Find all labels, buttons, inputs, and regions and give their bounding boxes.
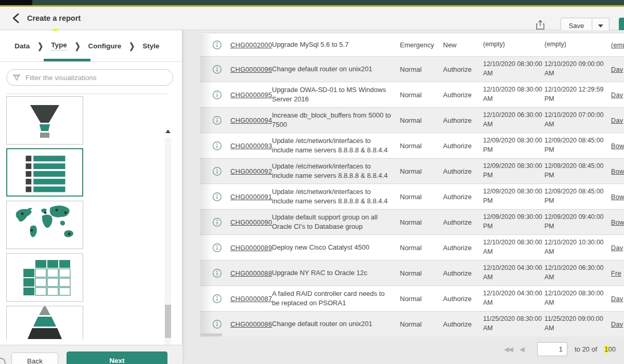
- assigned-to-link[interactable]: Dav: [611, 91, 623, 99]
- info-icon: [212, 294, 222, 304]
- info-icon: [212, 243, 222, 253]
- priority-cell: Normal: [400, 159, 441, 184]
- change-number-link[interactable]: CHG0000089: [230, 244, 272, 252]
- browser-top-strip: [0, 0, 624, 7]
- change-number-link[interactable]: CHG0000092: [230, 167, 272, 175]
- start-date-cell: 12/10/2020 08:30:00 AM: [483, 82, 543, 107]
- change-number-link[interactable]: CHG0000095: [230, 91, 272, 99]
- row-info-button[interactable]: [207, 286, 226, 311]
- report-preview-table: CHG0002000 Upgrade MySql 5.6 to 5.7 Emer…: [200, 30, 624, 337]
- end-date-cell: 12/09/2020 09:40:00 PM: [544, 210, 605, 235]
- start-date-cell: 12/10/2020 08:30:00 AM: [483, 235, 543, 260]
- first-page-button[interactable]: ◀◀: [504, 345, 512, 353]
- step-style[interactable]: Style: [142, 42, 159, 50]
- end-date-cell: 12/09/2020 08:45:00 PM: [544, 184, 605, 209]
- row-info-button[interactable]: [207, 82, 226, 107]
- end-date-cell: (empty): [544, 33, 605, 56]
- assigned-to-link[interactable]: Bow: [611, 193, 624, 201]
- state-cell: Authorize: [443, 82, 482, 107]
- assigned-to-link[interactable]: Dav: [611, 295, 623, 303]
- state-cell: New: [443, 33, 482, 56]
- change-number-link[interactable]: CHG0000088: [230, 269, 272, 277]
- viz-scroll-up-button[interactable]: [164, 127, 172, 135]
- short-description-cell: Update /etc/network/interfaces to includ…: [272, 133, 393, 158]
- previous-page-button[interactable]: ◀: [519, 345, 525, 353]
- app-header: Create a report Save: [0, 7, 624, 30]
- priority-cell: Normal: [400, 261, 441, 285]
- change-number-link[interactable]: CHG0000086: [230, 320, 272, 328]
- row-info-button[interactable]: [207, 108, 226, 133]
- info-icon: [212, 217, 222, 227]
- start-date-cell: 12/10/2020 06:30:00 AM: [483, 108, 543, 133]
- assigned-to-link[interactable]: Dav: [611, 244, 623, 252]
- share-icon[interactable]: [535, 19, 546, 31]
- pagination-bar: ◀◀ ◀ to 20 of 100: [200, 341, 616, 357]
- step-configure[interactable]: Configure: [88, 42, 122, 50]
- help-icon-partial[interactable]: [0, 358, 6, 364]
- table-row: CHG0000089 Deploy new Cisco Catalyst 450…: [200, 235, 624, 260]
- state-cell: Authorize: [443, 261, 482, 285]
- end-date-cell: 12/10/2020 07:00:00 AM: [544, 108, 605, 133]
- chevron-right-icon: ❯: [75, 41, 81, 51]
- change-number-link[interactable]: CHG0000094: [230, 116, 272, 124]
- table-row: CHG0000094 Increase db_block_buffers fro…: [200, 107, 624, 133]
- table-row: CHG0000096 Change default router on unix…: [200, 56, 624, 82]
- state-cell: Authorize: [443, 184, 482, 209]
- table-body: CHG0002000 Upgrade MySql 5.6 to 5.7 Emer…: [200, 33, 624, 336]
- viz-card-funnel[interactable]: [6, 96, 83, 145]
- viz-scrollbar-thumb[interactable]: [165, 305, 171, 338]
- next-button[interactable]: Next: [67, 352, 167, 364]
- state-cell: Authorize: [443, 133, 482, 158]
- priority-cell: Emergency: [400, 33, 441, 56]
- row-info-button[interactable]: [207, 133, 226, 158]
- visualization-list: [0, 94, 183, 364]
- assigned-to-link[interactable]: Bow: [611, 218, 624, 226]
- step-data[interactable]: Data: [15, 42, 30, 50]
- short-description-cell: Upgrade MySql 5.6 to 5.7: [272, 33, 393, 56]
- start-date-cell: 12/10/2020 04:30:00 AM: [483, 286, 543, 311]
- assigned-to-link[interactable]: Dav: [611, 320, 623, 328]
- row-info-button[interactable]: [207, 235, 226, 260]
- row-info-button[interactable]: [207, 261, 226, 285]
- end-date-cell: 12/10/2020 10:30:00 AM: [544, 235, 605, 260]
- page-number-input[interactable]: [537, 342, 567, 356]
- change-number-link[interactable]: CHG0000090: [230, 218, 272, 226]
- end-date-cell: 12/09/2020 08:45:00 PM: [544, 159, 605, 184]
- row-info-button[interactable]: [207, 159, 226, 184]
- table-row: CHG0000092 Update /etc/network/interface…: [200, 158, 624, 184]
- assigned-to-link[interactable]: Fre: [611, 269, 621, 277]
- row-info-button[interactable]: [207, 311, 226, 336]
- wizard-breadcrumb: Data ❯ Type ❯ Configure ❯ Style: [0, 30, 182, 62]
- step-type[interactable]: Type: [51, 41, 67, 50]
- row-info-button[interactable]: [207, 184, 226, 209]
- viz-card-list[interactable]: [6, 148, 83, 197]
- short-description-cell: Increase db_block_buffers from 5000 to 7…: [272, 108, 393, 133]
- assigned-to-link[interactable]: Dav: [611, 116, 623, 124]
- change-number-link[interactable]: CHG0000087: [230, 295, 272, 303]
- change-number-link[interactable]: CHG0000096: [230, 66, 272, 73]
- change-number-link[interactable]: CHG0000093: [230, 142, 272, 150]
- table-row: CHG0000091 Update /etc/network/interface…: [200, 184, 624, 209]
- end-date-cell: 11/25/2020 09:00:00 AM: [544, 311, 605, 336]
- horizontal-scrollbar-remnant[interactable]: [200, 333, 222, 336]
- short-description-cell: Upgrade OWA-SD-01 to MS Windows Server 2…: [272, 82, 393, 107]
- assigned-to-link[interactable]: Bow: [611, 142, 624, 150]
- viz-card-pyramid[interactable]: [6, 306, 83, 340]
- row-info-button[interactable]: [207, 33, 226, 56]
- row-info-button[interactable]: [207, 57, 226, 82]
- assigned-to-link[interactable]: Dav: [611, 66, 623, 73]
- row-info-button[interactable]: [207, 210, 226, 235]
- short-description-cell: Update default support group on all Orac…: [272, 210, 393, 235]
- back-button[interactable]: Back: [11, 353, 58, 364]
- filter-visualizations-input[interactable]: [6, 69, 173, 86]
- back-arrow-icon[interactable]: [11, 13, 21, 23]
- change-number-link[interactable]: CHG0000091: [230, 193, 272, 201]
- viz-card-map[interactable]: [6, 201, 83, 249]
- assigned-to-link[interactable]: (empty): [611, 41, 624, 49]
- start-date-cell: 12/09/2020 08:30:00 PM: [483, 133, 543, 158]
- table-row: CHG0000087 A failed RAID controller card…: [200, 285, 624, 311]
- assigned-to-link[interactable]: Bow: [611, 167, 624, 175]
- viz-card-heatmap[interactable]: [6, 253, 83, 302]
- state-cell: Authorize: [443, 286, 482, 311]
- change-number-link[interactable]: CHG0002000: [230, 41, 272, 49]
